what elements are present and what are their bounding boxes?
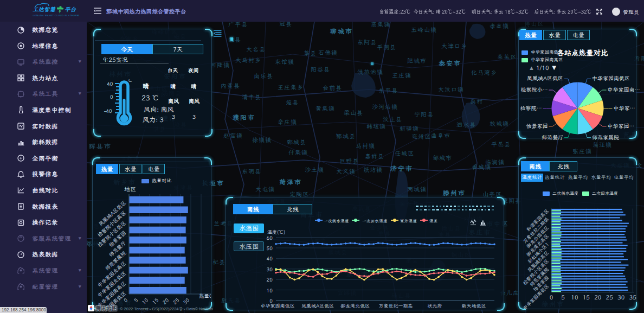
- svg-text:怡景家园: 怡景家园: [526, 123, 548, 130]
- svg-text:中华家…: 中华家…: [614, 105, 635, 112]
- svg-text:凤凰城A区低区: 凤凰城A区低区: [527, 75, 563, 82]
- svg-text:40: 40: [267, 255, 273, 262]
- svg-text:0: 0: [110, 93, 113, 100]
- svg-text:50: 50: [267, 245, 273, 252]
- svg-text:10: 10: [571, 293, 578, 301]
- svg-text:10: 10: [267, 287, 273, 294]
- svg-text:25: 25: [606, 293, 613, 301]
- svg-text:20: 20: [594, 293, 601, 301]
- svg-text:凤凰城A区低区: 凤凰城A区低区: [301, 303, 334, 309]
- svg-text:30: 30: [617, 293, 624, 301]
- svg-text:15: 15: [583, 293, 590, 301]
- svg-text:平台: 平台: [65, 5, 76, 13]
- svg-text:60: 60: [267, 234, 273, 241]
- svg-text:GONGDA SMART CLOUD PLATFORM: GONGDA SMART CLOUD PLATFORM: [33, 14, 79, 17]
- svg-text:中华家园南…: 中华家园南…: [608, 86, 640, 93]
- svg-text:5: 5: [561, 293, 565, 301]
- svg-text:20: 20: [267, 276, 273, 283]
- svg-text:中华家园南低区: 中华家园南低区: [592, 75, 630, 82]
- svg-text:新天地低区: 新天地低区: [461, 303, 486, 309]
- svg-text:30: 30: [267, 266, 273, 273]
- svg-text:-40: -40: [104, 107, 112, 114]
- svg-text:中华家园…: 中华家园…: [608, 123, 635, 130]
- svg-text:0: 0: [550, 293, 553, 301]
- svg-text:师范家属院: 师范家属院: [592, 134, 619, 141]
- svg-text:中华家园南低区: 中华家园南低区: [260, 303, 294, 309]
- svg-text:检察院…: 检察院…: [520, 105, 542, 112]
- svg-text:御龙湾北低区: 御龙湾北低区: [340, 303, 370, 309]
- svg-text:万象世纪一期高: 万象世纪一期高: [378, 303, 413, 309]
- svg-text:工达智慧: 工达智慧: [33, 5, 56, 13]
- svg-text:状元府: 状元府: [427, 303, 442, 309]
- svg-text:热量GJ: 热量GJ: [199, 292, 211, 299]
- svg-text:℃: ℃: [127, 79, 133, 84]
- svg-text:检察院小…: 检察院小…: [520, 86, 548, 93]
- svg-text:35: 35: [629, 293, 636, 301]
- svg-text:师范餐厅: 师范餐厅: [542, 134, 563, 141]
- svg-text:40: 40: [107, 80, 113, 87]
